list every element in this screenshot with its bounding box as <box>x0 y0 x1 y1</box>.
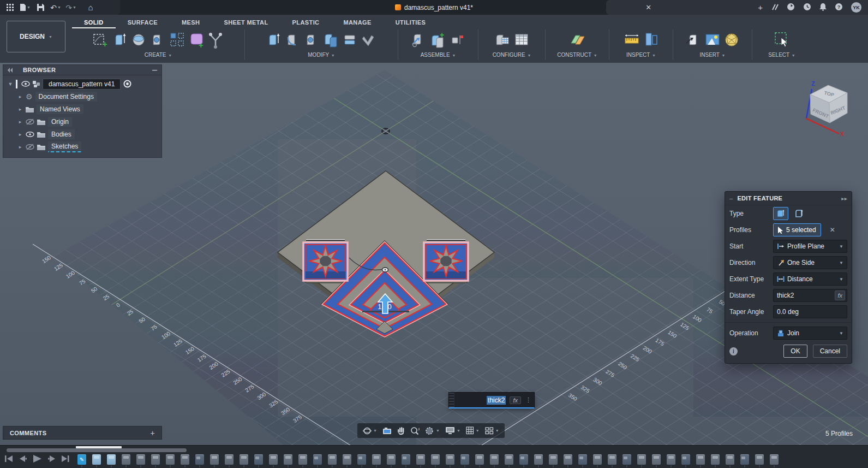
ok-button[interactable]: OK <box>783 345 807 358</box>
tab-sheet-metal[interactable]: SHEET METAL <box>212 16 280 28</box>
tab-mesh[interactable]: MESH <box>170 16 212 28</box>
new-component-button[interactable] <box>410 31 428 49</box>
timeline-feature-extrude[interactable] <box>446 454 454 465</box>
timeline-feature-extrude[interactable] <box>328 454 337 465</box>
timeline-feature-boolean[interactable] <box>195 454 204 465</box>
group-label[interactable]: INSERT ▼ <box>699 52 725 58</box>
pattern-button[interactable] <box>169 31 186 49</box>
timeline-feature-boolean[interactable] <box>681 454 690 465</box>
timeline-feature-extrude[interactable] <box>431 454 440 465</box>
browser-item-document-settings[interactable]: ▸⚙Document Settings <box>3 90 161 103</box>
timeline-feature-boolean[interactable] <box>402 454 410 465</box>
timeline-feature-extrude[interactable] <box>490 454 499 465</box>
avatar[interactable]: YK <box>851 2 861 13</box>
timeline-feature-extrude[interactable] <box>136 454 145 465</box>
split-body-button[interactable] <box>342 31 359 49</box>
tab-surface[interactable]: SURFACE <box>116 16 170 28</box>
create-sketch-button[interactable]: + <box>92 31 110 49</box>
timeline-feature-extrude[interactable] <box>593 454 602 465</box>
timeline-feature-extrude[interactable] <box>269 454 278 465</box>
chevron-right-icon[interactable]: ▸ <box>17 106 23 112</box>
look-at-tool[interactable] <box>380 427 394 435</box>
fillet-button[interactable] <box>284 31 302 49</box>
timeline-feature-extrude[interactable] <box>210 454 219 465</box>
timeline-feature-extrude[interactable] <box>225 454 234 465</box>
type-extrude-button[interactable] <box>773 207 788 220</box>
activate-component-radio[interactable] <box>123 80 131 88</box>
dialog-header[interactable]: – EDIT FEATURE ▸▸ <box>725 192 852 205</box>
tab-manage[interactable]: MANAGE <box>331 16 383 28</box>
press-pull-button[interactable] <box>265 31 283 49</box>
construct-plane-button[interactable] <box>568 31 586 49</box>
drag-handle[interactable] <box>449 393 454 407</box>
extent-type-dropdown[interactable]: Distance ▼ <box>773 272 847 286</box>
timeline-feature-extrude[interactable] <box>770 454 779 465</box>
profiles-selection-button[interactable]: 5 selected <box>773 223 821 236</box>
group-label[interactable]: CONSTRUCT ▼ <box>557 52 597 58</box>
combine-button[interactable] <box>322 31 340 49</box>
browser-root-item[interactable]: ▼ damascus_pattern v41 <box>3 78 161 90</box>
tab-solid[interactable]: SOLID <box>72 16 116 28</box>
insert-derive-button[interactable] <box>685 31 702 49</box>
eye-off-icon[interactable] <box>26 144 34 150</box>
distance-input[interactable]: thick2 fx <box>773 289 847 302</box>
measure-button[interactable] <box>623 31 640 49</box>
timeline-feature-extrude[interactable] <box>608 454 616 465</box>
timeline-position-marker[interactable] <box>76 446 122 448</box>
timeline-feature-extrude[interactable] <box>726 454 734 465</box>
dimension-value-field[interactable]: thick2 <box>454 396 508 404</box>
play-button[interactable] <box>32 453 43 464</box>
comments-bar[interactable]: COMMENTS + <box>3 426 162 440</box>
home-button[interactable]: ⌂ <box>84 2 97 13</box>
group-label[interactable]: CONFIGURE ▼ <box>493 52 531 58</box>
minimize-panel-icon[interactable]: – <box>152 65 157 75</box>
dimension-input[interactable]: thick2 fx ⋮ <box>448 392 535 408</box>
joint-button[interactable]: + <box>429 31 447 49</box>
grid-display-tool[interactable]: ▼ <box>464 426 482 435</box>
timeline-feature-extrude[interactable] <box>549 454 558 465</box>
undo-button[interactable]: ↶▼ <box>49 2 62 13</box>
timeline-feature-extrude[interactable] <box>92 454 101 465</box>
select-button[interactable] <box>773 31 791 49</box>
form-button[interactable]: + <box>188 31 205 49</box>
generative-button[interactable] <box>207 31 224 49</box>
expand-dialog-icon[interactable]: ▸▸ <box>841 196 847 202</box>
timeline-feature-extrude[interactable] <box>387 454 396 465</box>
file-menu-button[interactable]: ▼ <box>19 2 32 13</box>
view-cube[interactable]: Z X TOP FRONT RIGHT <box>786 68 867 137</box>
sweep-button[interactable] <box>149 31 167 49</box>
shell-button[interactable] <box>303 31 321 49</box>
group-label[interactable]: SELECT ▼ <box>768 52 795 58</box>
eye-icon[interactable] <box>26 131 34 138</box>
group-label[interactable]: CREATE ▼ <box>145 52 172 58</box>
extensions-icon[interactable] <box>771 4 779 11</box>
group-label[interactable]: ASSEMBLE ▼ <box>421 52 456 58</box>
insert-canvas-button[interactable] <box>704 31 721 49</box>
browser-item-origin[interactable]: ▸Origin <box>3 115 161 128</box>
timeline-feature-boolean[interactable] <box>460 454 469 465</box>
viewports-tool[interactable]: ▼ <box>483 427 501 435</box>
job-status-icon[interactable] <box>787 3 795 12</box>
kebab-menu-icon[interactable]: ⋮ <box>523 396 534 404</box>
collapse-panel-icon[interactable] <box>8 68 13 73</box>
tab-plastic[interactable]: PLASTIC <box>280 16 332 28</box>
minimize-dialog-icon[interactable]: – <box>729 195 733 202</box>
browser-item-bodies[interactable]: ▸Bodies <box>3 128 161 140</box>
timeline-feature-sketch[interactable]: ✎ <box>77 454 86 465</box>
timeline-feature-extrude[interactable] <box>755 454 764 465</box>
timeline-feature-extrude[interactable] <box>343 454 351 465</box>
notifications-icon[interactable] <box>819 3 827 12</box>
tab-utilities[interactable]: UTILITIES <box>384 16 438 28</box>
timeline-feature-extrude[interactable] <box>122 454 130 465</box>
timeline-feature-extrude[interactable] <box>711 454 720 465</box>
thicken-button[interactable] <box>361 31 378 49</box>
history-icon[interactable] <box>803 3 811 12</box>
display-settings-tool[interactable]: ▼ <box>443 426 463 435</box>
browser-item-label[interactable]: Sketches <box>48 141 81 152</box>
timeline-feature-extrude[interactable] <box>534 454 543 465</box>
timeline-feature-extrude[interactable] <box>151 454 160 465</box>
chevron-down-icon[interactable]: ▼ <box>8 81 13 87</box>
section-analysis-button[interactable] <box>642 31 660 49</box>
timeline-feature-extrude[interactable] <box>372 454 381 465</box>
redo-button[interactable]: ↷▼ <box>64 2 77 13</box>
